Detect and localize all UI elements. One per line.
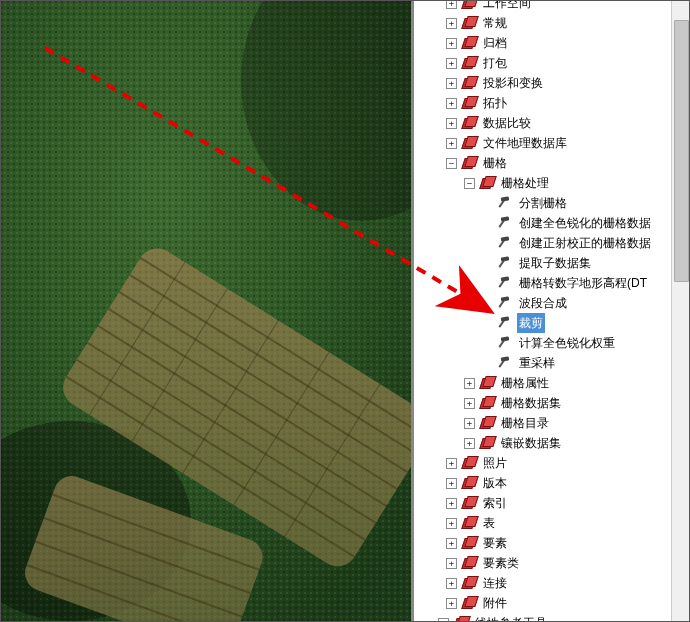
tree-row[interactable]: +常规 (418, 13, 671, 33)
tree-item-label[interactable]: 照片 (481, 453, 509, 473)
tree-row[interactable]: 分割栅格 (418, 193, 671, 213)
tree-item-label[interactable]: 版本 (481, 473, 509, 493)
toolbox-icon (479, 175, 495, 191)
tree-row[interactable]: +打包 (418, 53, 671, 73)
tree-row[interactable]: −栅格处理 (418, 173, 671, 193)
tree-row[interactable]: +附件 (418, 593, 671, 613)
tree-item-label[interactable]: 数据比较 (481, 113, 533, 133)
tree-row[interactable]: +连接 (418, 573, 671, 593)
expand-icon[interactable]: + (438, 618, 449, 622)
tree-row[interactable]: +版本 (418, 473, 671, 493)
expand-icon[interactable]: + (446, 478, 457, 489)
tree-item-label[interactable]: 栅格属性 (499, 373, 551, 393)
svg-rect-26 (1, 1, 411, 621)
tree-row[interactable]: +拓扑 (418, 93, 671, 113)
map-view[interactable] (1, 1, 411, 621)
collapse-icon[interactable]: − (464, 178, 475, 189)
expand-icon[interactable]: + (464, 378, 475, 389)
expand-icon[interactable]: + (446, 458, 457, 469)
tree-item-label[interactable]: 波段合成 (517, 293, 569, 313)
tree-row[interactable]: +栅格目录 (418, 413, 671, 433)
expand-icon[interactable]: + (446, 1, 457, 9)
tree-row[interactable]: 裁剪 (418, 313, 671, 333)
tree-item-label[interactable]: 投影和变换 (481, 73, 545, 93)
tree-item-label[interactable]: 要素类 (481, 553, 521, 573)
tree-item-label[interactable]: 栅格 (481, 153, 509, 173)
expand-icon[interactable]: + (446, 498, 457, 509)
tree-item-label[interactable]: 创建全色锐化的栅格数据 (517, 213, 653, 233)
expand-icon[interactable]: + (446, 18, 457, 29)
tree-row[interactable]: +索引 (418, 493, 671, 513)
tree-item-label[interactable]: 文件地理数据库 (481, 133, 569, 153)
tree-item-label[interactable]: 表 (481, 513, 497, 533)
tree-item-label[interactable]: 裁剪 (517, 313, 545, 333)
tree-row[interactable]: +要素类 (418, 553, 671, 573)
tree-item-label[interactable]: 附件 (481, 593, 509, 613)
tree-row[interactable]: 波段合成 (418, 293, 671, 313)
expand-icon[interactable]: + (446, 598, 457, 609)
toolbox-icon (461, 115, 477, 131)
tree-row[interactable]: +数据比较 (418, 113, 671, 133)
tree-item-label[interactable]: 归档 (481, 33, 509, 53)
toolbox-icon (461, 135, 477, 151)
tree-item-label[interactable]: 计算全色锐化权重 (517, 333, 617, 353)
expand-icon[interactable]: + (446, 578, 457, 589)
expand-icon[interactable]: + (464, 398, 475, 409)
toolbox-icon (461, 475, 477, 491)
tree-item-label[interactable]: 工作空间 (481, 1, 533, 13)
expand-icon[interactable]: + (446, 78, 457, 89)
tree-item-label[interactable]: 镶嵌数据集 (499, 433, 563, 453)
tree-item-label[interactable]: 要素 (481, 533, 509, 553)
tree-item-label[interactable]: 创建正射校正的栅格数据 (517, 233, 653, 253)
tree-row[interactable]: +栅格属性 (418, 373, 671, 393)
tree-item-label[interactable]: 栅格处理 (499, 173, 551, 193)
tree-row[interactable]: +投影和变换 (418, 73, 671, 93)
tree-item-label[interactable]: 分割栅格 (517, 193, 569, 213)
expand-icon[interactable]: + (464, 418, 475, 429)
tree-row[interactable]: +照片 (418, 453, 671, 473)
toolbox-icon (461, 595, 477, 611)
tree-row[interactable]: +镶嵌数据集 (418, 433, 671, 453)
tree-item-label[interactable]: 栅格转数字地形高程(DT (517, 273, 649, 293)
scrollbar-thumb[interactable] (674, 20, 689, 282)
tree-row[interactable]: 创建全色锐化的栅格数据 (418, 213, 671, 233)
expand-icon[interactable]: + (446, 558, 457, 569)
tree-row[interactable]: 重采样 (418, 353, 671, 373)
tree-row[interactable]: +栅格数据集 (418, 393, 671, 413)
vertical-scrollbar[interactable] (671, 1, 689, 621)
expand-icon[interactable]: + (446, 538, 457, 549)
expand-icon[interactable]: + (464, 438, 475, 449)
tree-row[interactable]: +归档 (418, 33, 671, 53)
tree-item-label[interactable]: 拓扑 (481, 93, 509, 113)
tree-row[interactable]: 栅格转数字地形高程(DT (418, 273, 671, 293)
tree-row[interactable]: −栅格 (418, 153, 671, 173)
tree-row[interactable]: 计算全色锐化权重 (418, 333, 671, 353)
expand-icon[interactable]: + (446, 58, 457, 69)
expand-icon[interactable]: + (446, 118, 457, 129)
expand-icon[interactable]: + (446, 518, 457, 529)
tree-row[interactable]: +文件地理数据库 (418, 133, 671, 153)
tree-row[interactable]: 创建正射校正的栅格数据 (418, 233, 671, 253)
tree-item-label[interactable]: 连接 (481, 573, 509, 593)
tree-item-label[interactable]: 栅格目录 (499, 413, 551, 433)
tree-row[interactable]: +工作空间 (418, 1, 671, 13)
tree-row[interactable]: +要素 (418, 533, 671, 553)
toolbox-icon (461, 515, 477, 531)
tree-row[interactable]: +表 (418, 513, 671, 533)
tree-row[interactable]: 提取子数据集 (418, 253, 671, 273)
catalog-tree[interactable]: +工作空间+常规+归档+打包+投影和变换+拓扑+数据比较+文件地理数据库−栅格−… (414, 1, 671, 621)
toolbox-icon (461, 155, 477, 171)
expand-icon[interactable]: + (446, 138, 457, 149)
tool-icon (497, 355, 513, 371)
tree-row[interactable]: +线性参考工具 (418, 613, 671, 621)
tree-item-label[interactable]: 打包 (481, 53, 509, 73)
tree-item-label[interactable]: 重采样 (517, 353, 557, 373)
collapse-icon[interactable]: − (446, 158, 457, 169)
tree-item-label[interactable]: 索引 (481, 493, 509, 513)
tree-item-label[interactable]: 常规 (481, 13, 509, 33)
tree-item-label[interactable]: 线性参考工具 (473, 613, 549, 621)
tree-item-label[interactable]: 栅格数据集 (499, 393, 563, 413)
expand-icon[interactable]: + (446, 98, 457, 109)
tree-item-label[interactable]: 提取子数据集 (517, 253, 593, 273)
expand-icon[interactable]: + (446, 38, 457, 49)
